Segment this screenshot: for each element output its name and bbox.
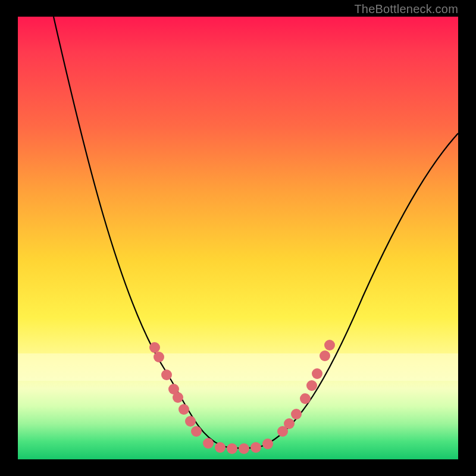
marker-dot	[320, 350, 330, 361]
marker-dot	[161, 369, 172, 380]
marker-dot	[284, 418, 295, 429]
marker-dot	[324, 340, 335, 350]
plot-area	[18, 17, 458, 459]
marker-dot	[191, 426, 202, 437]
marker-dot	[239, 443, 249, 454]
chart-frame: TheBottleneck.com	[0, 0, 476, 476]
marker-dot	[185, 416, 196, 427]
marker-dot	[154, 352, 164, 362]
marker-dot	[149, 342, 160, 353]
marker-dot	[173, 392, 183, 403]
marker-dot	[262, 439, 273, 449]
marker-dot	[215, 442, 226, 453]
attribution-text: TheBottleneck.com	[354, 2, 458, 16]
marker-dot	[178, 404, 189, 415]
marker-dot	[306, 380, 317, 391]
marker-dot	[250, 442, 261, 453]
marker-dot	[227, 443, 237, 454]
marker-dot	[312, 368, 322, 379]
marker-dot	[291, 409, 302, 419]
marker-dot	[203, 438, 214, 449]
marker-dot	[300, 393, 311, 404]
bottleneck-curve	[54, 17, 458, 448]
curve-layer	[18, 17, 458, 459]
